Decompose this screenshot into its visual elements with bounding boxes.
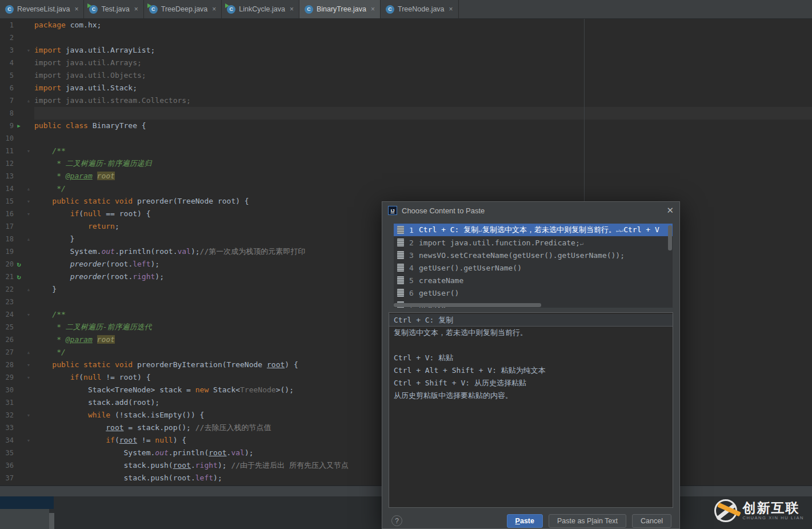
recursive-call-icon[interactable]: ↻ <box>14 258 24 271</box>
gutter-space <box>14 321 24 333</box>
clipboard-item[interactable]: 4getUser().getUserName() <box>394 261 673 274</box>
code-text: while (!stack.isEmpty()) { <box>33 409 204 421</box>
fold-marker-icon[interactable]: ▿ <box>24 308 33 321</box>
line-number: 20 <box>0 258 14 271</box>
code-line: 2 <box>0 31 812 44</box>
clipboard-item[interactable]: 6getUser() <box>394 287 673 299</box>
code-line: 12 * 二叉树遍历-前序遍历递归 <box>0 157 812 170</box>
clipboard-history-list[interactable]: 1Ctrl + C: 复制↵复制选中文本，若未选中则复制当前行。↵↵Ctrl +… <box>394 224 673 308</box>
tab-treedeep-java[interactable]: CTreeDeep.java× <box>144 0 222 18</box>
gutter-space <box>14 283 24 296</box>
code-text: import java.util.Arrays; <box>33 57 142 69</box>
tab-reverselist-java[interactable]: CReverseList.java× <box>0 0 84 18</box>
list-horizontal-scrollbar[interactable] <box>394 303 541 307</box>
gutter-space <box>14 57 24 69</box>
clipboard-item-text: getUser() <box>419 289 673 297</box>
tab-close-icon[interactable]: × <box>134 5 138 13</box>
tab-binarytree-java[interactable]: CBinaryTree.java× <box>299 0 381 18</box>
clipboard-text-icon <box>397 276 404 284</box>
tab-linkcycle-java[interactable]: CLinkCycle.java× <box>222 0 299 18</box>
line-number: 23 <box>0 296 14 308</box>
code-line: 10 <box>0 132 812 145</box>
fold-marker-icon[interactable]: ▿ <box>24 359 33 371</box>
line-number: 21 <box>0 271 14 283</box>
fold-marker-icon[interactable]: ▿ <box>24 145 33 157</box>
fold-marker-icon[interactable]: ▿ <box>24 44 33 57</box>
code-text: if(root != null) { <box>33 434 186 447</box>
fold-marker-icon[interactable]: ▿ <box>24 208 33 220</box>
clipboard-item-text: getUser().getUserName() <box>419 264 673 272</box>
help-icon[interactable]: ? <box>391 515 402 526</box>
fold-space <box>24 57 33 69</box>
fold-space <box>24 120 33 132</box>
cancel-button[interactable]: Cancel <box>632 514 671 528</box>
clipboard-item[interactable]: 3newsVO.setCreateName(getUser().getUserN… <box>394 249 673 261</box>
line-number: 13 <box>0 170 14 182</box>
code-line: 9▶public class BinaryTree { <box>0 120 812 132</box>
gutter-space <box>14 69 24 82</box>
code-text: */ <box>33 346 66 359</box>
clipboard-item[interactable]: 5createName <box>394 274 673 287</box>
gutter-space <box>14 220 24 233</box>
fold-marker-icon[interactable]: ▵ <box>24 94 33 107</box>
code-text: System.out.println(root.val);//第一次成为栈顶的元… <box>33 245 305 258</box>
clipboard-text-icon <box>397 226 404 234</box>
run-gutter-icon[interactable]: ▶ <box>14 120 24 132</box>
tab-close-icon[interactable]: × <box>371 5 375 13</box>
recursive-call-icon[interactable]: ↻ <box>14 271 24 283</box>
bottom-scrollbar-thumb[interactable] <box>49 513 54 529</box>
code-text: import java.util.stream.Collectors; <box>33 94 191 107</box>
gutter-space <box>14 44 24 57</box>
line-number: 14 <box>0 182 14 195</box>
fold-marker-icon[interactable]: ▿ <box>24 371 33 384</box>
line-number: 24 <box>0 308 14 321</box>
clipboard-preview-pane[interactable]: Ctrl + C: 复制复制选中文本，若未选中则复制当前行。Ctrl + V: … <box>389 312 673 508</box>
code-text: * @param root <box>33 170 115 182</box>
clipboard-item-text: newsVO.setCreateName(getUser().getUserNa… <box>419 251 673 260</box>
tab-test-java[interactable]: CTest.java× <box>84 0 143 18</box>
fold-marker-icon[interactable]: ▵ <box>24 233 33 245</box>
fold-space <box>24 19 33 31</box>
fold-marker-icon[interactable]: ▿ <box>24 409 33 421</box>
fold-marker-icon[interactable]: ▵ <box>24 283 33 296</box>
list-vertical-scrollbar[interactable] <box>668 225 672 250</box>
clipboard-item[interactable]: 1Ctrl + C: 复制↵复制选中文本，若未选中则复制当前行。↵↵Ctrl +… <box>394 224 673 236</box>
fold-marker-icon[interactable]: ▿ <box>24 195 33 208</box>
tab-close-icon[interactable]: × <box>74 5 78 13</box>
tab-treenode-java[interactable]: CTreeNode.java× <box>381 0 459 18</box>
clipboard-item-number: 6 <box>404 289 419 297</box>
paste-button[interactable]: Paste <box>507 514 543 528</box>
code-text: } <box>33 283 57 296</box>
fold-space <box>24 170 33 182</box>
line-number: 36 <box>0 459 14 472</box>
class-icon: C <box>227 5 235 14</box>
fold-marker-icon[interactable]: ▿ <box>24 434 33 447</box>
tab-label: ReverseList.java <box>17 5 70 13</box>
bottom-panel-selection-bar <box>0 496 54 509</box>
preview-line: Ctrl + Shift + V: 从历史选择粘贴 <box>389 377 673 389</box>
dialog-title-bar[interactable]: IJ Choose Content to Paste ✕ <box>382 202 679 219</box>
paste-as-plain-text-button[interactable]: Paste as Plain Text <box>549 514 626 528</box>
clipboard-item-number: 4 <box>404 264 419 272</box>
dialog-close-icon[interactable]: ✕ <box>666 205 674 216</box>
tab-close-icon[interactable]: × <box>290 5 294 13</box>
line-number: 16 <box>0 208 14 220</box>
code-text: /** <box>33 308 66 321</box>
clipboard-text-icon <box>397 289 404 297</box>
clipboard-item[interactable]: 2import java.util.function.Predicate;↵ <box>394 236 673 249</box>
fold-space <box>24 447 33 459</box>
gutter-space <box>14 371 24 384</box>
fold-marker-icon[interactable]: ▵ <box>24 182 33 195</box>
gutter-space <box>14 182 24 195</box>
code-text: preorder(root.left); <box>33 258 159 271</box>
gutter-space <box>14 195 24 208</box>
tab-close-icon[interactable]: × <box>212 5 216 13</box>
line-number: 28 <box>0 359 14 371</box>
dialog-button-bar: ? Paste Paste as Plain Text Cancel <box>382 512 679 529</box>
tab-close-icon[interactable]: × <box>449 5 453 13</box>
clipboard-item-text: Ctrl + C: 复制↵复制选中文本，若未选中则复制当前行。↵↵Ctrl + … <box>419 225 673 235</box>
tab-label: Test.java <box>101 5 129 13</box>
line-number: 31 <box>0 396 14 409</box>
fold-marker-icon[interactable]: ▵ <box>24 346 33 359</box>
code-line: 5import java.util.Objects; <box>0 69 812 82</box>
